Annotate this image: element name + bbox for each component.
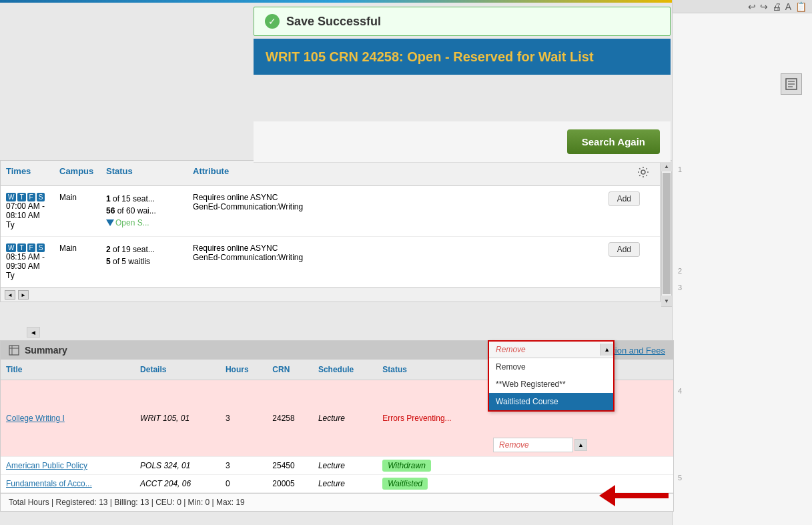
day-w: W [6, 243, 16, 252]
horizontal-scroll-left[interactable]: ◄ [27, 327, 40, 338]
course-header-text: WRIT 105 CRN 24258: Open - Reserved for … [266, 48, 659, 65]
text-icon[interactable]: A [785, 1, 791, 12]
scroll-thumb[interactable] [663, 173, 671, 294]
success-check-icon: ✓ [265, 14, 280, 29]
row2-add-button[interactable]: Add [608, 242, 640, 257]
row2-waitlist: 5 of 5 waitlis [106, 255, 182, 268]
row2-seats: 2 of 19 seat... [106, 243, 182, 255]
summary-row2-title: American Public Policy [1, 457, 135, 475]
day-t: T [17, 193, 25, 201]
row-number-1: 1 [678, 165, 682, 173]
row1-times: W T F S 07:00 AM - 08:10 AM Ty [1, 191, 54, 231]
row-number-4: 4 [678, 387, 682, 395]
summary-row3-crn: 20005 [267, 475, 313, 493]
dropdown-remove-selected[interactable]: Remove [489, 342, 600, 358]
row1-attr1: Requires online ASYNC [193, 193, 396, 202]
search-results-table: Times Campus Status Attribute W T F S 07… [0, 160, 661, 302]
action-remove-display[interactable]: Remove [493, 438, 573, 452]
action-dropdown[interactable]: Remove ▲ Remove **Web Registered** Waitl… [488, 340, 615, 412]
action-field-row1: Remove ▲ [493, 438, 668, 452]
totals-text: Total Hours | Registered: 13 | Billing: … [9, 498, 245, 507]
day-w: W [6, 193, 16, 201]
summary-row2-action [488, 457, 673, 475]
row2-status: 2 of 19 seat... 5 of 5 waitlis [101, 242, 187, 269]
red-arrow-indicator [599, 485, 669, 506]
row2-attr2: GenEd-Communication:Writing [193, 253, 396, 262]
col-details: Details [135, 360, 220, 380]
redo-icon[interactable]: ↪ [760, 1, 768, 12]
scroll-left-btn[interactable]: ◄ [5, 290, 15, 300]
row2-type: Ty [6, 271, 49, 280]
scroll-arrows: ◄ ► [1, 288, 660, 302]
row-number-3: 3 [678, 284, 682, 292]
row1-attr2: GenEd-Communication:Writing [193, 202, 396, 211]
search-again-button[interactable]: Search Again [567, 129, 660, 154]
summary-row1-hours: 3 [220, 380, 267, 457]
dropdown-scroll-up[interactable]: ▲ [600, 344, 613, 356]
summary-row1-action: Remove ▲ Remove **Web Registered** Waitl… [488, 380, 673, 457]
col-schedule: Schedule [313, 360, 377, 380]
top-bar [0, 0, 672, 3]
row2-times: W T F S 08:15 AM - 09:30 AM Ty [1, 242, 54, 282]
summary-row2-status: Withdrawn [377, 457, 488, 475]
dropdown-item-waitlisted[interactable]: Waitlisted Course [489, 393, 613, 410]
row1-open: Open S... [106, 217, 182, 229]
row1-add-container: Add [608, 191, 660, 206]
search-table-scrollbar[interactable]: ▲ ▼ [661, 160, 672, 307]
course-header: WRIT 105 CRN 24258: Open - Reserved for … [254, 39, 671, 75]
row1-type: Ty [6, 220, 49, 229]
row-number-5: 5 [678, 474, 682, 482]
summary-table: Title Details Hours CRN Schedule Status … [1, 360, 673, 493]
row1-status: 1 of 15 seat... 56 of 60 wai... Open S..… [101, 191, 187, 230]
svg-point-4 [641, 170, 645, 174]
summary-row1-status: Errors Preventing... [377, 380, 488, 457]
right-panel: ↩ ↪ 🖨 A 📋 1 2 3 4 5 [672, 0, 812, 525]
col-status: Status [377, 360, 488, 380]
day-f: F [27, 193, 35, 201]
summary-section: Summary Tuition and Fees Title Details H… [0, 340, 674, 512]
row-number-2: 2 [678, 267, 682, 275]
summary-row3-status: Waitlisted [377, 475, 488, 493]
summary-footer: Total Hours | Registered: 13 | Billing: … [1, 493, 673, 511]
toolbar: ↩ ↪ 🖨 A 📋 [673, 0, 812, 13]
summary-row1-title: College Writing I [1, 380, 135, 457]
summary-row1-details: WRIT 105, 01 [135, 380, 220, 457]
col-header-status: Status [101, 165, 187, 181]
day-t: T [17, 243, 25, 252]
summary-row3-hours: 0 [220, 475, 267, 493]
row2-time: 08:15 AM - 09:30 AM [6, 252, 49, 271]
scroll-right-btn[interactable]: ► [18, 290, 29, 300]
action-dropdown-arrow[interactable]: ▲ [574, 439, 587, 451]
summary-row2-hours: 3 [220, 457, 267, 475]
summary-row-2: American Public Policy POLS 324, 01 3 25… [1, 457, 673, 475]
clipboard-icon[interactable]: 📋 [795, 1, 807, 12]
summary-title-text: Summary [25, 345, 67, 356]
red-arrow-head [599, 485, 615, 506]
col-header-attribute: Attribute [187, 165, 401, 181]
row2-campus: Main [54, 242, 101, 254]
day-f: F [27, 243, 35, 252]
summary-row3-title: Fundamentals of Acco... [1, 475, 135, 493]
table-row: W T F S 08:15 AM - 09:30 AM Ty Main 2 of… [1, 237, 660, 288]
row2-days: W T F S [6, 243, 49, 252]
search-again-container: Search Again [254, 121, 671, 163]
scroll-down-arrow[interactable]: ▼ [661, 296, 672, 306]
undo-icon[interactable]: ↩ [748, 1, 756, 12]
col-crn: CRN [267, 360, 313, 380]
summary-row1-schedule: Lecture [313, 380, 377, 457]
print-icon[interactable]: 🖨 [772, 1, 781, 12]
dropdown-item-remove[interactable]: Remove [489, 358, 613, 376]
notes-icon[interactable] [781, 73, 802, 95]
col-hours: Hours [220, 360, 267, 380]
svg-rect-5 [9, 346, 19, 355]
summary-row3-schedule: Lecture [313, 475, 377, 493]
dropdown-item-web-registered[interactable]: **Web Registered** [489, 376, 613, 393]
col-title: Title [1, 360, 135, 380]
row1-campus: Main [54, 191, 101, 203]
row1-add-button[interactable]: Add [608, 191, 640, 206]
table-row: W T F S 07:00 AM - 08:10 AM Ty Main 1 of… [1, 186, 660, 237]
row1-attribute: Requires online ASYNC GenEd-Communicatio… [187, 191, 401, 213]
summary-row2-crn: 25450 [267, 457, 313, 475]
table-settings-icon[interactable] [632, 165, 655, 181]
table-header: Times Campus Status Attribute [1, 161, 660, 186]
